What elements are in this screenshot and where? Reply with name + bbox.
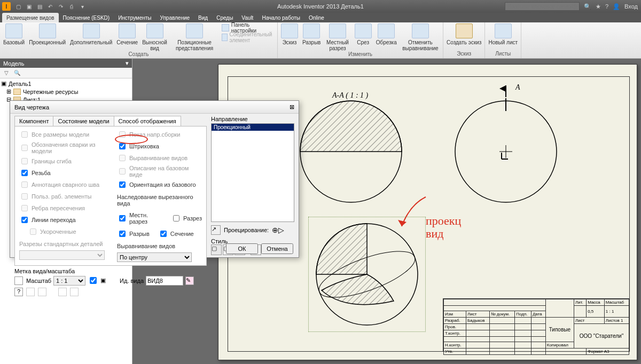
tab-component[interactable]: Компонент <box>14 116 53 126</box>
std-cuts-label: Разрезы стандартных деталей <box>19 241 110 247</box>
slice-button[interactable]: Срез <box>355 23 372 45</box>
detail-view-icon <box>146 23 163 38</box>
tab-view-placement[interactable]: Размещение видов <box>2 13 59 22</box>
tree-resources[interactable]: ⊞Чертежные ресурсы <box>0 88 132 96</box>
chk-orientation-base[interactable]: Ориентация из базового <box>117 180 202 189</box>
tab-tools[interactable]: Инструменты <box>114 13 155 22</box>
qat-open-icon[interactable]: ▣ <box>25 2 33 11</box>
user-icon[interactable]: 👤 <box>613 3 620 10</box>
chk-definition-base[interactable]: Описание на базовом виде <box>117 165 202 178</box>
break-button[interactable]: Разрыв <box>302 23 320 45</box>
chk-inherit-slice[interactable]: Сечение <box>158 229 194 239</box>
qat-undo-icon[interactable]: ↶ <box>46 2 54 11</box>
crop-button[interactable]: Обрезка <box>376 23 397 45</box>
std-cuts-combo[interactable] <box>19 250 105 260</box>
tab-vault[interactable]: Vault <box>237 13 257 22</box>
search-input[interactable] <box>505 2 580 11</box>
cancel-button[interactable]: Отмена <box>261 243 293 254</box>
break-alignment-button[interactable]: Отменить выравнивание <box>401 23 440 51</box>
nailboard-icon <box>222 24 229 31</box>
scale-label: Масштаб <box>26 278 51 284</box>
dialog-tabs: Компонент Состояние модели Способ отобра… <box>14 116 207 126</box>
chk-all-model-dims[interactable]: Все размеры модели <box>19 130 110 139</box>
qat-more-icon[interactable]: ▾ <box>78 2 87 11</box>
qat-print-icon[interactable]: ⎙ <box>67 2 76 11</box>
app-icon[interactable]: I <box>2 2 11 11</box>
browser-header[interactable]: Модель▾ <box>0 59 132 68</box>
chk-bend-extents[interactable]: Границы сгиба <box>19 156 110 166</box>
chk-weld-annotations[interactable]: Обозначения сварки из модели <box>19 141 110 154</box>
tree-root[interactable]: ▣Деталь1 <box>0 80 132 88</box>
base-view-circle[interactable] <box>452 98 559 205</box>
tab-view[interactable]: Вид <box>194 13 212 22</box>
scale-visibility-toggle[interactable] <box>90 277 97 284</box>
chk-user-work[interactable]: Польз. раб. элементы <box>19 192 110 201</box>
tab-environments[interactable]: Среды <box>212 13 237 22</box>
sketch-button[interactable]: Эскиз <box>281 23 298 45</box>
connector-icon <box>222 34 227 41</box>
direction-listbox[interactable]: Проекционный <box>211 123 294 222</box>
new-sheet-button[interactable]: Новый лист <box>488 23 518 45</box>
projected-view-button[interactable]: Проекционный <box>29 23 66 45</box>
chk-align-to-base[interactable]: Выравнивание видов <box>117 153 202 163</box>
dialog-titlebar[interactable]: Вид чертежа ⊠ <box>10 101 299 114</box>
projected-view-icon <box>39 23 56 38</box>
toggle2-icon[interactable] <box>38 288 46 296</box>
auxiliary-view-button[interactable]: Дополнительный <box>70 23 112 45</box>
chevron-down-icon[interactable]: ▾ <box>126 60 129 67</box>
window-title: Autodesk Inventor 2013 Деталь1 <box>277 3 364 10</box>
ok-button[interactable]: ОК <box>226 243 258 254</box>
create-sketch-button[interactable]: Создать эскиз <box>447 23 481 45</box>
filter-icon[interactable]: ▽ <box>2 69 11 77</box>
qat-new-icon[interactable]: ▢ <box>14 2 22 11</box>
tab-online[interactable]: Online <box>304 13 329 22</box>
create-sketch-icon <box>456 23 473 38</box>
toggle1-icon[interactable] <box>26 288 35 296</box>
chk-inherit-break[interactable]: Разрыв <box>117 229 150 239</box>
tab-getstarted[interactable]: Начало работы <box>257 13 304 22</box>
chk-tangent-edges[interactable]: Линии перехода <box>19 215 110 225</box>
view-id-input[interactable] <box>146 276 183 286</box>
tab-model-state[interactable]: Состояние модели <box>53 116 114 126</box>
chk-inherit-breakout[interactable]: Местн. разрез <box>117 212 162 225</box>
projected-view-sphere[interactable] <box>314 221 420 328</box>
edit-icon[interactable]: ✎ <box>185 276 194 285</box>
icon-toggle[interactable] <box>14 276 23 285</box>
scale-vis-icon[interactable]: ▣ <box>100 277 106 284</box>
breakout-button[interactable]: Местный разрез <box>325 23 350 51</box>
binoculars-icon[interactable]: 🔍 <box>584 3 591 10</box>
section-view-button[interactable]: Сечение <box>116 23 138 45</box>
tab-manage[interactable]: Управление <box>156 13 194 22</box>
login-label[interactable]: Вход <box>624 3 638 10</box>
qat-redo-icon[interactable]: ↷ <box>57 2 65 11</box>
break-alignment-icon <box>412 23 429 38</box>
tab-display-options[interactable]: Способ отображения <box>114 116 181 126</box>
overlay-view-button[interactable]: Позиционные представления <box>171 23 217 51</box>
tab-eskd[interactable]: Пояснение (ESKD) <box>59 13 114 22</box>
help-icon-dialog[interactable]: ? <box>14 288 23 296</box>
projection-icon[interactable]: ⊕▷ <box>272 226 284 234</box>
section-view-aa[interactable] <box>298 98 404 205</box>
base-view-button[interactable]: Базовый <box>3 23 25 45</box>
toggle3-icon[interactable] <box>58 288 67 296</box>
qat-save-icon[interactable]: ▤ <box>35 2 44 11</box>
pick-icon[interactable]: ↗ <box>211 225 221 235</box>
chk-thread[interactable]: Резьба <box>19 168 110 178</box>
chk-inherit-section[interactable]: Разрез <box>171 213 202 223</box>
style-hidden-icon[interactable]: ▢ <box>211 244 222 255</box>
chk-foreshortened[interactable]: Укороченные <box>19 227 110 236</box>
base-view-icon <box>5 23 22 38</box>
star-icon[interactable]: ★ <box>596 3 601 10</box>
chk-interference[interactable]: Ребра пересечения <box>19 203 110 213</box>
find-icon[interactable]: 🔍 <box>13 69 21 77</box>
scale-combo[interactable]: 1 : 1 <box>53 276 85 286</box>
chk-weld-annot[interactable]: Аннотация сварного шва <box>19 180 110 189</box>
detail-view-button[interactable]: Выносной вид <box>142 23 167 51</box>
nailboard-button[interactable]: Панель настройки <box>222 23 274 32</box>
help-icon[interactable]: ? <box>605 3 608 10</box>
direction-item[interactable]: Проекционный <box>212 124 294 131</box>
connector-button[interactable]: Соединительный элемент <box>222 33 274 42</box>
close-icon[interactable]: ⊠ <box>290 104 294 110</box>
toggle4-icon[interactable] <box>70 288 79 296</box>
align-combo[interactable]: По центру <box>117 252 192 262</box>
